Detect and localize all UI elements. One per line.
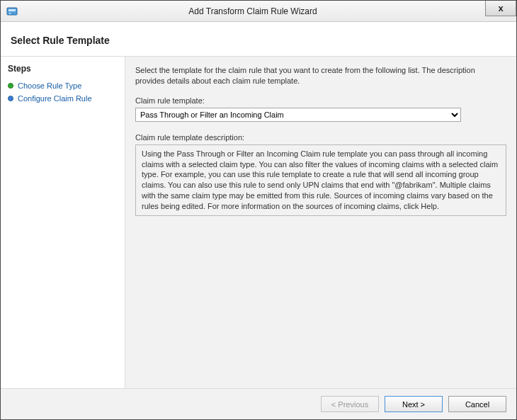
step-label: Choose Rule Type	[18, 81, 81, 90]
description-label: Claim rule template description:	[135, 133, 506, 142]
step-done-icon	[8, 83, 13, 89]
cancel-button[interactable]: Cancel	[448, 396, 506, 412]
step-choose-rule-type[interactable]: Choose Rule Type	[8, 79, 118, 92]
step-configure-claim-rule[interactable]: Configure Claim Rule	[8, 92, 118, 105]
template-description-box: Using the Pass Through or Filter an Inco…	[135, 144, 506, 216]
wizard-body: Steps Choose Rule Type Configure Claim R…	[1, 57, 516, 388]
next-button[interactable]: Next >	[385, 396, 443, 412]
wizard-main: Select the template for the claim rule t…	[125, 57, 516, 388]
close-icon: x	[498, 3, 503, 13]
svg-rect-1	[8, 9, 16, 11]
page-title: Select Rule Template	[11, 35, 506, 46]
wizard-footer: < Previous Next > Cancel	[1, 388, 516, 419]
close-button[interactable]: x	[485, 1, 516, 16]
step-label: Configure Claim Rule	[18, 94, 92, 103]
titlebar: Add Transform Claim Rule Wizard x	[1, 1, 516, 22]
window-title: Add Transform Claim Rule Wizard	[18, 6, 516, 16]
template-select-wrap: Pass Through or Filter an Incoming Claim	[135, 108, 506, 122]
intro-text: Select the template for the claim rule t…	[135, 65, 506, 86]
step-pending-icon	[8, 96, 13, 101]
steps-sidebar: Steps Choose Rule Type Configure Claim R…	[1, 57, 125, 388]
claim-rule-template-select[interactable]: Pass Through or Filter an Incoming Claim	[135, 108, 461, 122]
previous-button: < Previous	[321, 396, 379, 412]
steps-heading: Steps	[8, 64, 118, 74]
wizard-header: Select Rule Template	[1, 22, 516, 57]
wizard-window: Add Transform Claim Rule Wizard x Select…	[0, 0, 517, 420]
svg-point-2	[9, 13, 11, 14]
app-icon	[6, 6, 18, 17]
template-label: Claim rule template:	[135, 96, 506, 105]
